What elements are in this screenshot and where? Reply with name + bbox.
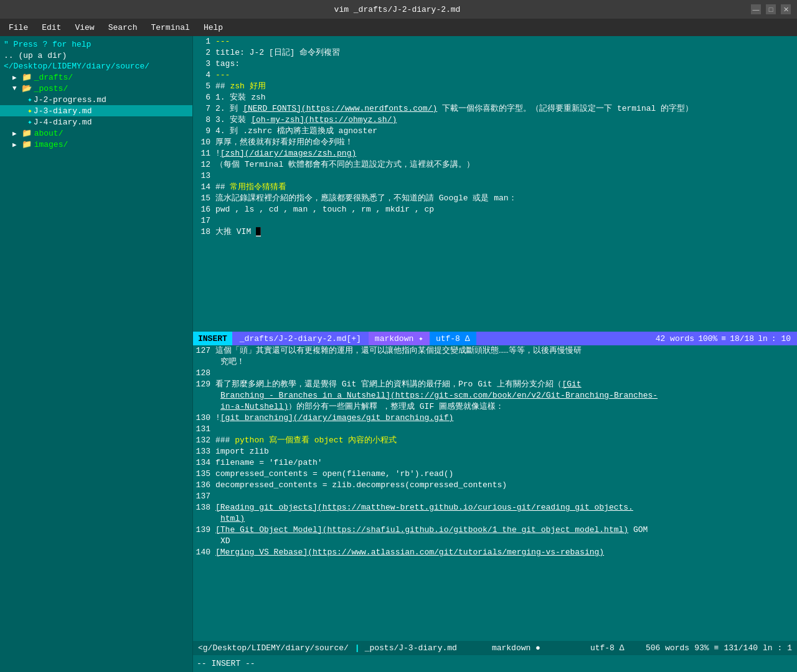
top-filetype: markdown ✦ xyxy=(369,332,430,345)
line-11: 11 ![zsh](/diary/images/zsh.png) xyxy=(193,148,797,159)
line-12: 12 （每個 Terminal 軟體都會有不同的主題設定方式，這裡就不多講。） xyxy=(193,159,797,170)
sidebar-item-j4diary[interactable]: ✦ J-4-diary.md xyxy=(0,116,192,128)
line-136: 136 decompressed_contents = zlib.decompr… xyxy=(193,480,797,491)
line-7: 7 2. 到 [NERD_FONTS](https://www.nerdfont… xyxy=(193,103,797,114)
line-18: 18 大推 VIM █ xyxy=(193,226,797,238)
bottom-path: <g/Desktop/LIDEMY/diary/source/ xyxy=(193,643,354,653)
nerdtree-sidebar[interactable]: " Press ? for help .. (up a dir) </Deskt… xyxy=(0,36,193,672)
line-10: 10 厚厚，然後就有好看好用的命令列啦！ xyxy=(193,137,797,148)
bottom-encoding: utf-8 ∆ xyxy=(572,643,643,653)
line-15: 15 流水記錄課程裡介紹的指令，應該都要很熟悉了，不知道的請 Google 或是… xyxy=(193,193,797,204)
bottom-words: 506 words xyxy=(646,643,689,653)
line-129c: in-a-Nutshell)）的部分有一些圖片解釋 ，整理成 GIF 圖感覺就像… xyxy=(193,401,797,413)
line-5: 5 ## zsh 好用 xyxy=(193,81,797,92)
bottom-code-area: 127 這個「頭」其實還可以有更複雜的運用，還可以讓他指向某個提交變成斷頭狀態…… xyxy=(193,345,797,558)
window-controls[interactable]: — □ ✕ xyxy=(751,4,791,14)
line-130: 130 ![git branching](/diary/images/git_b… xyxy=(193,413,797,424)
arrow-icon-images: ▶ xyxy=(12,141,17,149)
line-2: 2 title: J-2 [日記] 命令列複習 xyxy=(193,47,797,58)
line-6: 6 1. 安裝 zsh xyxy=(193,92,797,103)
bottom-percent: 93% xyxy=(694,643,709,653)
title-bar: vim _drafts/J-2-diary-2.md — □ ✕ xyxy=(0,0,797,19)
sidebar-item-posts[interactable]: ▼ 📂 _posts/ xyxy=(0,83,192,94)
line-128: 128 xyxy=(193,368,797,379)
line-132: 132 ### python 寫一個查看 object 內容的小程式 xyxy=(193,435,797,446)
bottom-cursor-bar: | xyxy=(354,643,361,653)
line-138: 138 [Reading git objects](https://matthe… xyxy=(193,502,797,513)
sidebar-item-j3diary[interactable]: ✦ J-3-diary.md xyxy=(0,105,192,116)
insert-indicator: -- INSERT -- xyxy=(197,659,255,668)
main-area: " Press ? for help .. (up a dir) </Deskt… xyxy=(0,36,797,672)
menu-icon: ≡ xyxy=(721,334,726,343)
sidebar-root: </Desktop/LIDEMY/diary/source/ xyxy=(0,61,192,72)
menu-terminal[interactable]: Terminal xyxy=(144,22,196,34)
ln-label: ln xyxy=(758,334,768,343)
top-status-right: 42 words 100% ≡ 18/18 ln : 10 xyxy=(649,332,797,345)
nerdtree-help: " Press ? for help xyxy=(0,39,192,50)
command-line: -- INSERT -- xyxy=(193,655,797,672)
bottom-right-status: 506 words 93% ≡ 131/140 ln : 1 xyxy=(646,643,797,653)
menu-bar: File Edit View Search Terminal Help xyxy=(0,19,797,36)
line-140: 140 [Merging VS Rebase](https://www.atla… xyxy=(193,547,797,558)
line-133: 133 import zlib xyxy=(193,446,797,457)
line-127: 127 這個「頭」其實還可以有更複雜的運用，還可以讓他指向某個提交變成斷頭狀態…… xyxy=(193,345,797,357)
close-button[interactable]: ✕ xyxy=(781,4,791,14)
line-129b: Branching - Branches in a Nutshell](http… xyxy=(193,390,797,401)
sidebar-up-dir[interactable]: .. (up a dir) xyxy=(0,50,192,61)
line-17: 17 xyxy=(193,215,797,226)
arrow-icon: ▶ xyxy=(12,73,17,82)
editor-area[interactable]: 1 --- 2 title: J-2 [日記] 命令列複習 3 tags: 4 … xyxy=(193,36,797,672)
menu-edit[interactable]: Edit xyxy=(35,22,67,34)
line-3: 3 tags: xyxy=(193,58,797,70)
word-count: 42 words xyxy=(656,334,694,343)
sidebar-item-images[interactable]: ▶ 📁 images/ xyxy=(0,139,192,150)
line-9: 9 4. 到 .zshrc 檔內將主題換成 agnoster xyxy=(193,126,797,137)
bottom-statusbar: <g/Desktop/LIDEMY/diary/source/ | _posts… xyxy=(193,641,797,655)
bottom-filename: _posts/J-3-diary.md xyxy=(361,643,461,653)
line-8: 8 3. 安裝 [oh-my-zsh](https://ohmyz.sh/) xyxy=(193,114,797,126)
menu-view[interactable]: View xyxy=(68,22,100,34)
bottom-menu-icon: ≡ xyxy=(714,643,719,653)
maximize-button[interactable]: □ xyxy=(766,4,776,14)
bottom-line-pos: 131/140 xyxy=(724,643,758,653)
insert-statusbar: INSERT _drafts/J-2-diary-2.md[+] markdow… xyxy=(193,332,797,345)
line-4: 4 --- xyxy=(193,70,797,81)
arrow-open-icon: ▼ xyxy=(12,85,17,92)
minimize-button[interactable]: — xyxy=(751,4,761,14)
scroll-percent: 100% xyxy=(698,334,717,343)
bottom-ln: ln xyxy=(763,643,773,653)
line-position: 18/18 xyxy=(730,334,754,343)
arrow-icon-about: ▶ xyxy=(12,129,17,138)
line-1: 1 --- xyxy=(193,36,797,47)
line-139b: XD xyxy=(193,536,797,547)
top-encoding: utf-8 ∆ xyxy=(430,332,476,345)
line-129: 129 看了那麼多網上的教學，還是覺得 Git 官網上的資料講的最仔細，Pro … xyxy=(193,379,797,390)
sidebar-item-drafts[interactable]: ▶ 📁 _drafts/ xyxy=(0,72,192,83)
bottom-col: : 1 xyxy=(778,643,792,653)
sidebar-item-about[interactable]: ▶ 📁 about/ xyxy=(0,128,192,139)
line-138b: html) xyxy=(193,513,797,525)
bottom-pane[interactable]: 127 這個「頭」其實還可以有更複雜的運用，還可以讓他指向某個提交變成斷頭狀態…… xyxy=(193,345,797,641)
window-title: vim _drafts/J-2-diary-2.md xyxy=(44,5,751,14)
line-14: 14 ## 常用指令猜猜看 xyxy=(193,182,797,193)
insert-mode-label: INSERT xyxy=(193,332,232,345)
line-131: 131 xyxy=(193,424,797,435)
col-label: : 10 xyxy=(771,334,791,343)
menu-search[interactable]: Search xyxy=(102,22,144,34)
menu-help[interactable]: Help xyxy=(197,22,229,34)
line-137: 137 xyxy=(193,491,797,502)
line-135: 135 compressed_contents = open(filename,… xyxy=(193,469,797,480)
menu-file[interactable]: File xyxy=(2,22,34,34)
top-filename: _drafts/J-2-diary-2.md[+] xyxy=(232,332,369,345)
sidebar-item-j2progress[interactable]: ✦ J-2-progress.md xyxy=(0,94,192,105)
bottom-filetype: markdown ● xyxy=(461,643,572,653)
line-13: 13 xyxy=(193,170,797,182)
line-139: 139 [The Git Object Model](https://shafi… xyxy=(193,525,797,536)
line-127b: 究吧！ xyxy=(193,357,797,368)
top-code-area: 1 --- 2 title: J-2 [日記] 命令列複習 3 tags: 4 … xyxy=(193,36,797,238)
line-134: 134 filename = 'file/path' xyxy=(193,457,797,469)
top-pane[interactable]: 1 --- 2 title: J-2 [日記] 命令列複習 3 tags: 4 … xyxy=(193,36,797,332)
line-16: 16 pwd , ls , cd , man , touch , rm , mk… xyxy=(193,204,797,215)
